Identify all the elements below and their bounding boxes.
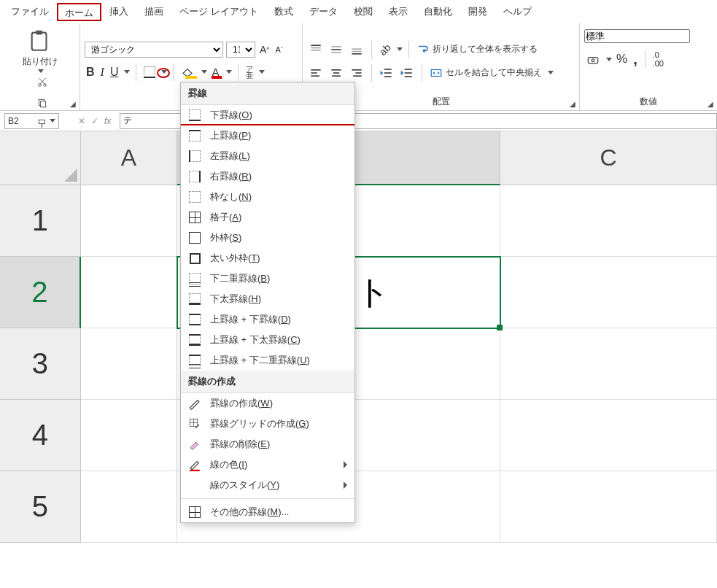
svg-rect-8 <box>39 120 44 123</box>
align-center-button[interactable] <box>328 64 345 82</box>
menu-item-topthickbottom[interactable]: 上罫線 + 下太罫線(C) <box>181 330 354 350</box>
borders-dropdown-caret[interactable] <box>161 70 167 74</box>
svg-rect-16 <box>352 48 361 50</box>
svg-rect-14 <box>331 49 341 50</box>
align-bottom-button[interactable] <box>348 41 365 58</box>
row-header-5[interactable]: 5 <box>0 471 81 543</box>
bold-button[interactable]: B <box>85 64 96 80</box>
cell-A3[interactable] <box>81 328 178 400</box>
row-header-3[interactable]: 3 <box>0 328 81 400</box>
menu-item-erase[interactable]: 罫線の削除(E) <box>181 434 354 454</box>
svg-rect-7 <box>40 101 45 107</box>
tab-開発[interactable]: 開発 <box>460 1 495 22</box>
increase-decimal-button[interactable]: .0.00 <box>651 49 665 69</box>
cell-C4[interactable] <box>500 400 717 471</box>
cell-C3[interactable] <box>500 328 717 400</box>
merge-center-button[interactable]: セルを結合して中央揃え <box>428 65 543 81</box>
menu-item-drawgrid[interactable]: 罫線グリッドの作成(G) <box>181 414 354 434</box>
col-header-C[interactable]: C <box>500 131 717 185</box>
row-header-4[interactable]: 4 <box>0 400 81 471</box>
menu-item-thickbottom[interactable]: 下太罫線(H) <box>181 289 354 309</box>
tab-ヘルプ[interactable]: ヘルプ <box>495 1 540 22</box>
tab-ファイル[interactable]: ファイル <box>3 1 57 22</box>
tab-データ[interactable]: データ <box>301 1 346 22</box>
decrease-indent-button[interactable] <box>378 64 395 82</box>
menu-item-top[interactable]: 上罫線(P) <box>181 125 354 146</box>
menu-item-none[interactable]: 枠なし(N) <box>181 187 354 207</box>
menu-item-color[interactable]: 線の色(I) <box>181 454 354 475</box>
borders-button[interactable] <box>142 65 157 80</box>
menu-item-dblbottom[interactable]: 下二重罫線(B) <box>181 268 354 289</box>
tab-校閲[interactable]: 校閲 <box>346 1 381 22</box>
tab-ページレイアウト[interactable]: ページ レイアウト <box>171 1 266 22</box>
align-middle-button[interactable] <box>328 41 345 58</box>
menu-item-left[interactable]: 左罫線(L) <box>181 146 354 166</box>
cut-button[interactable] <box>36 76 49 89</box>
svg-rect-30 <box>384 76 392 77</box>
increase-font-button[interactable]: A^ <box>258 42 271 57</box>
tab-挿入[interactable]: 挿入 <box>101 1 136 22</box>
menu-item-right[interactable]: 右罫線(R) <box>181 166 354 187</box>
tab-表示[interactable]: 表示 <box>381 1 416 22</box>
cell-C1[interactable] <box>500 185 717 257</box>
tab-描画[interactable]: 描画 <box>136 1 171 22</box>
underline-button[interactable]: U <box>109 64 120 80</box>
number-format-select[interactable] <box>584 29 690 43</box>
chevron-down-icon[interactable] <box>259 70 265 74</box>
orientation-button[interactable]: ab <box>378 42 392 57</box>
align-left-button[interactable] <box>307 64 325 82</box>
increase-indent-button[interactable] <box>398 64 416 82</box>
chevron-down-icon[interactable] <box>124 70 130 74</box>
merge-icon <box>430 66 443 80</box>
menu-item-style[interactable]: 線のスタイル(Y) <box>181 475 354 495</box>
format-painter-button[interactable] <box>36 117 49 130</box>
svg-rect-0 <box>31 33 46 50</box>
dialog-launcher-alignment[interactable]: ◢ <box>567 98 578 109</box>
menu-item-topdblbottom[interactable]: 上罫線 + 下二重罫線(U) <box>181 350 354 371</box>
cell-A5[interactable] <box>81 471 178 543</box>
menu-item-thickout[interactable]: 太い外枠(T) <box>181 248 354 268</box>
percent-button[interactable]: % <box>615 50 629 68</box>
font-size-select[interactable]: 11 <box>226 42 255 58</box>
cell-A4[interactable] <box>81 400 178 471</box>
tab-ホーム[interactable]: ホーム <box>57 3 101 21</box>
align-top-button[interactable] <box>307 41 325 58</box>
menu-item-out[interactable]: 外枠(S) <box>181 228 354 248</box>
cell-C5[interactable] <box>500 471 717 543</box>
menu-item-draw[interactable]: 罫線の作成(W) <box>181 393 354 414</box>
comma-button[interactable]: , <box>632 50 639 69</box>
currency-button[interactable] <box>584 50 602 68</box>
menu-item-all[interactable]: 格子(A) <box>181 207 354 228</box>
enter-formula-button[interactable]: ✓ <box>90 115 100 128</box>
menu-item-all[interactable]: その他の罫線(M)... <box>181 502 354 522</box>
row-header-2[interactable]: 2 <box>0 257 81 328</box>
paste-button[interactable]: 貼り付け <box>20 26 61 73</box>
tab-自動化[interactable]: 自動化 <box>416 1 460 22</box>
border-item-icon <box>188 438 201 451</box>
cell-A2[interactable] <box>81 257 178 328</box>
menu-item-bottom[interactable]: 下罫線(O) <box>181 105 354 125</box>
cell-A1[interactable] <box>81 185 178 257</box>
font-name-select[interactable]: 游ゴシック <box>85 42 223 58</box>
svg-rect-20 <box>311 72 317 74</box>
menu-item-topbottom[interactable]: 上罫線 + 下罫線(D) <box>181 309 354 330</box>
chevron-down-icon[interactable] <box>226 70 232 74</box>
wrap-text-button[interactable]: 折り返して全体を表示する <box>415 42 539 58</box>
chevron-down-icon[interactable] <box>201 70 207 74</box>
phonetic-button[interactable]: ア亜 <box>244 64 255 80</box>
decrease-font-button[interactable]: Aˇ <box>274 44 284 55</box>
row-header-1[interactable]: 1 <box>0 185 81 257</box>
col-header-A[interactable]: A <box>81 131 178 185</box>
copy-button[interactable] <box>36 96 49 109</box>
align-right-button[interactable] <box>348 64 365 82</box>
insert-function-button[interactable]: fx <box>103 115 112 128</box>
tab-数式[interactable]: 数式 <box>266 1 301 22</box>
italic-button[interactable]: I <box>99 64 106 80</box>
cell-C2[interactable] <box>500 257 717 328</box>
select-all-corner[interactable] <box>0 131 81 185</box>
paste-label: 貼り付け <box>23 55 58 68</box>
dialog-launcher-number[interactable]: ◢ <box>705 98 716 109</box>
cancel-formula-button[interactable]: ✕ <box>77 115 87 128</box>
dialog-launcher-clipboard[interactable]: ◢ <box>68 98 78 109</box>
svg-rect-34 <box>431 69 441 76</box>
